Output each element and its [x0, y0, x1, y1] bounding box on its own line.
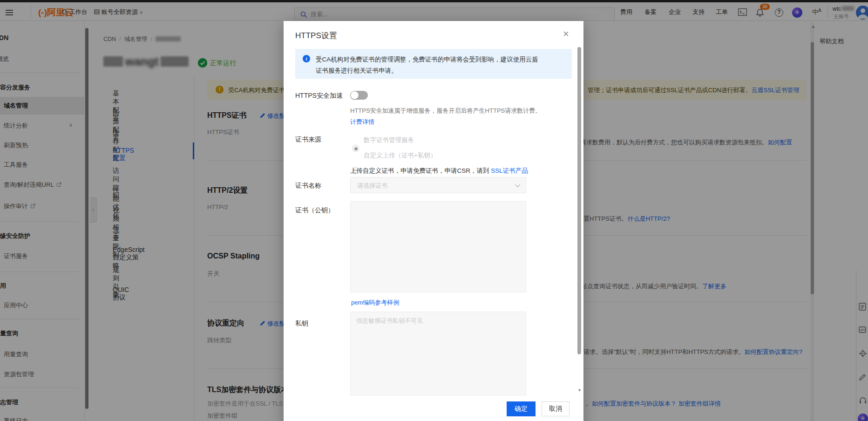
- info-banner-text: 受CA机构对免费证书的管理调整，免费证书的申请将会受到影响，建议使用云盾 证书服…: [316, 54, 538, 76]
- private-key-label: 私钥: [295, 319, 308, 328]
- radio-label-digital-cert: 数字证书管理服务: [364, 136, 414, 144]
- private-key-textarea[interactable]: [350, 312, 526, 395]
- cert-source-label: 证书来源: [295, 136, 321, 144]
- confirm-button[interactable]: 确定: [507, 401, 536, 416]
- modal-scrollbar-thumb[interactable]: [577, 47, 581, 354]
- https-settings-modal: HTTPS设置 × i 受CA机构对免费证书的管理调整，免费证书的申请将会受到影…: [284, 21, 583, 421]
- select-placeholder: 请选择证书: [357, 182, 387, 190]
- modal-info-banner: i 受CA机构对免费证书的管理调整，免费证书的申请将会受到影响，建议使用云盾 证…: [295, 49, 572, 79]
- secure-acceleration-toggle[interactable]: [350, 91, 368, 100]
- cert-source-note: 上传自定义证书，申请免费证书，申请CSR，请到 SSL证书产品: [350, 167, 528, 175]
- cert-public-label: 证书（公钥）: [295, 206, 334, 215]
- close-icon[interactable]: ×: [563, 29, 569, 39]
- pem-sample-link[interactable]: pem编码参考样例: [351, 299, 399, 307]
- radio-label-custom-upload: 自定义上传（证书+私钥）: [364, 151, 436, 160]
- ssl-product-link[interactable]: SSL证书产品: [491, 167, 528, 174]
- cancel-button[interactable]: 取消: [542, 401, 570, 416]
- cert-public-textarea[interactable]: [350, 201, 526, 292]
- cert-name-select[interactable]: 请选择证书: [350, 177, 526, 193]
- secure-acceleration-label: HTTPS安全加速: [295, 92, 343, 100]
- billing-detail-link[interactable]: 计费详情: [350, 118, 374, 126]
- scroll-down-arrow[interactable]: ▼: [577, 388, 582, 393]
- cert-name-label: 证书名称: [295, 182, 321, 190]
- info-icon: i: [303, 55, 310, 62]
- modal-title: HTTPS设置: [295, 30, 337, 41]
- secure-acceleration-desc: HTTPS安全加速属于增值服务，服务开启后将产生HTTPS请求数计费。: [350, 107, 541, 115]
- radio-digital-cert-service[interactable]: [352, 145, 359, 152]
- chevron-down-icon: [515, 184, 521, 188]
